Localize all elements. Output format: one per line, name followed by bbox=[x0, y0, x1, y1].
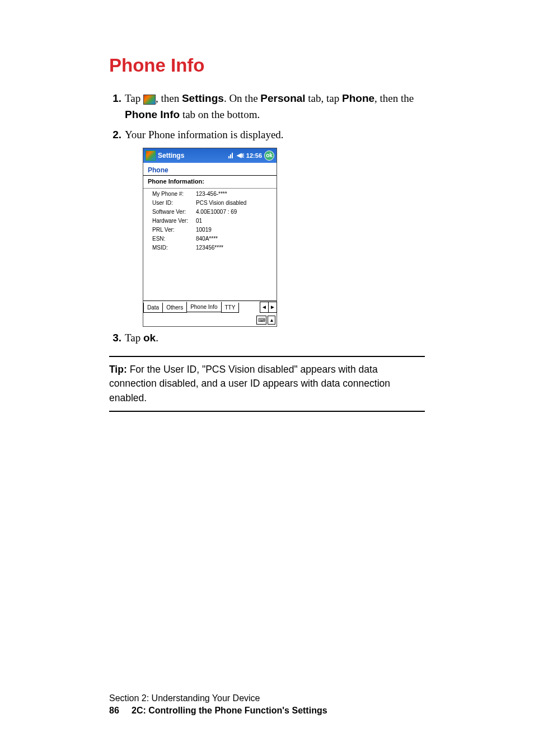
step-list: 1. Tap , then Settings. On the Personal … bbox=[109, 91, 425, 143]
row-prl: PRL Ver:10019 bbox=[148, 226, 272, 234]
row-my-phone: My Phone #:123-456-**** bbox=[148, 190, 272, 199]
step-1-t1: Tap bbox=[125, 92, 143, 104]
value-software: 4.00E10007 : 69 bbox=[196, 209, 272, 215]
info-table: My Phone #:123-456-**** User ID:PCS Visi… bbox=[143, 190, 277, 252]
label-my-phone: My Phone #: bbox=[152, 191, 196, 197]
step-3-number: 3. bbox=[109, 330, 125, 346]
clock[interactable]: 12:56 bbox=[246, 152, 262, 159]
signal-icon[interactable] bbox=[228, 152, 235, 158]
footer-chapter: 862C: Controlling the Phone Function's S… bbox=[109, 706, 327, 716]
step-1-t2: , then bbox=[156, 92, 182, 104]
tab-data[interactable]: Data bbox=[143, 303, 163, 313]
info-header: Phone Information: bbox=[143, 176, 277, 186]
row-hardware: Hardware Ver:01 bbox=[148, 217, 272, 226]
step-3-t1: Tap bbox=[125, 332, 143, 344]
phoneinfo-label: Phone Info bbox=[125, 109, 180, 120]
label-esn: ESN: bbox=[152, 236, 196, 242]
phone-heading: Phone bbox=[143, 163, 277, 175]
step-3-text: Tap ok. bbox=[125, 330, 425, 346]
up-arrow-icon[interactable]: ▴ bbox=[268, 316, 275, 325]
tab-scroll-right-icon[interactable]: ► bbox=[268, 302, 277, 313]
step-2-text: Your Phone information is displayed. bbox=[125, 127, 425, 143]
value-hardware: 01 bbox=[196, 218, 272, 224]
ok-button[interactable]: ok bbox=[264, 151, 274, 161]
footer-section: Section 2: Understanding Your Device bbox=[109, 693, 327, 703]
tab-tty[interactable]: TTY bbox=[221, 303, 240, 313]
value-user-id: PCS Vision disabled bbox=[196, 200, 272, 206]
step-3: 3. Tap ok. bbox=[109, 330, 425, 346]
phone-info-screenshot: Settings ◀ᴇ 12:56 ok Phone Phone Informa… bbox=[143, 148, 277, 327]
step-1-t6: tab on the bottom. bbox=[180, 109, 260, 120]
page-footer: Section 2: Understanding Your Device 862… bbox=[109, 693, 327, 716]
footer-chapter-title: 2C: Controlling the Phone Function's Set… bbox=[132, 706, 327, 715]
row-msid: MSID:123456**** bbox=[148, 243, 272, 252]
tab-others[interactable]: Others bbox=[162, 303, 187, 313]
value-esn: 840A**** bbox=[196, 236, 272, 242]
step-1-t5: , then the bbox=[374, 92, 414, 104]
tip-text: For the User ID, "PCS Vision disabled" a… bbox=[109, 364, 390, 403]
ok-label: ok bbox=[143, 332, 156, 344]
divider-gray bbox=[143, 188, 277, 189]
phone-label: Phone bbox=[342, 92, 374, 104]
row-user-id: User ID:PCS Vision disabled bbox=[148, 199, 272, 208]
value-msid: 123456**** bbox=[196, 245, 272, 251]
row-software: Software Ver:4.00E10007 : 69 bbox=[148, 208, 272, 217]
step-1-text: Tap , then Settings. On the Personal tab… bbox=[125, 91, 425, 123]
label-hardware: Hardware Ver: bbox=[152, 218, 196, 224]
speaker-icon[interactable]: ◀ᴇ bbox=[237, 152, 244, 159]
value-my-phone: 123-456-**** bbox=[196, 191, 272, 197]
step-2: 2. Your Phone information is displayed. bbox=[109, 127, 425, 143]
label-msid: MSID: bbox=[152, 245, 196, 251]
start-icon bbox=[143, 95, 156, 105]
page-number: 86 bbox=[109, 706, 132, 716]
windows-start-icon[interactable] bbox=[146, 151, 156, 161]
settings-label: Settings bbox=[182, 92, 224, 104]
row-esn: ESN:840A**** bbox=[148, 234, 272, 243]
tip-label: Tip: bbox=[109, 364, 127, 375]
tab-scroll-left-icon[interactable]: ◄ bbox=[260, 302, 269, 313]
step-1-t4: tab, tap bbox=[306, 92, 342, 104]
value-prl: 10019 bbox=[196, 227, 272, 233]
tab-phone-info[interactable]: Phone Info bbox=[186, 302, 221, 312]
title-bar: Settings ◀ᴇ 12:56 ok bbox=[143, 148, 277, 163]
label-software: Software Ver: bbox=[152, 209, 196, 215]
heading-phone-info: Phone Info bbox=[109, 55, 425, 76]
keyboard-icon[interactable]: ⌨ bbox=[256, 316, 266, 325]
label-user-id: User ID: bbox=[152, 200, 196, 206]
tab-scroll: ◄ ► bbox=[260, 302, 277, 313]
tip-block: Tip: For the User ID, "PCS Vision disabl… bbox=[109, 356, 425, 412]
step-1: 1. Tap , then Settings. On the Personal … bbox=[109, 91, 425, 123]
step-3-t2: . bbox=[156, 332, 158, 344]
title-bar-text: Settings bbox=[158, 152, 184, 159]
label-prl: PRL Ver: bbox=[152, 227, 196, 233]
tab-strip: Data Others Phone Info TTY ◄ ► bbox=[143, 300, 277, 313]
personal-label: Personal bbox=[260, 92, 305, 104]
step-1-t3: . On the bbox=[224, 92, 260, 104]
bottom-bar: ⌨ ▴ bbox=[143, 314, 277, 326]
step-1-number: 1. bbox=[109, 91, 125, 123]
step-2-number: 2. bbox=[109, 127, 125, 143]
